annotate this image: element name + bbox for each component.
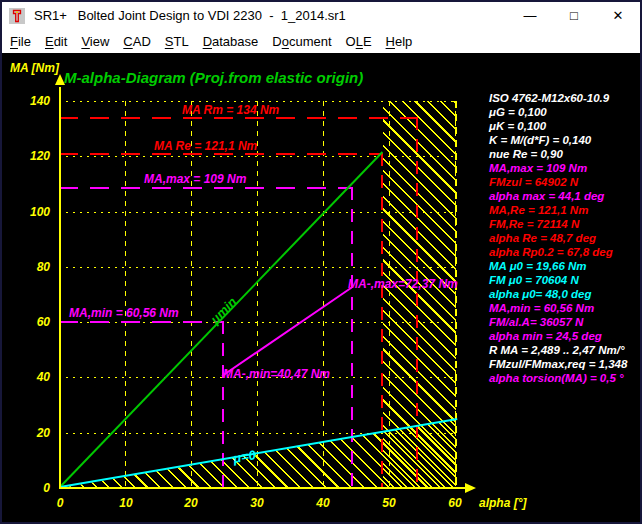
y-tick-100: 100	[16, 205, 50, 219]
chart-area: MA [Nm] M-alpha-Diagram (Proj.from elast…	[2, 53, 640, 522]
label-ma-minus-min: MA-,min=40,47 Nm	[223, 367, 330, 381]
hatch-right-border	[455, 101, 457, 488]
menu-label-part: V	[81, 34, 89, 49]
x-axis-arrow-icon	[465, 483, 476, 493]
x-tick-40: 40	[308, 496, 338, 510]
guide-alpha-max	[351, 187, 353, 488]
x-axis	[59, 487, 465, 489]
gridline-v-10	[125, 101, 126, 488]
x-tick-10: 10	[111, 496, 141, 510]
menu-label-part: F	[10, 34, 18, 49]
guide-ma-min	[59, 321, 224, 323]
y-tick-80: 80	[16, 260, 50, 274]
minimize-button[interactable]: —	[508, 2, 552, 29]
x-tick-50: 50	[374, 496, 404, 510]
info-line: MA μ0 = 19,66 Nm	[489, 259, 639, 273]
info-line: ISO 4762-M12x60-10.9	[489, 91, 639, 105]
menu-label-part: atabase	[212, 34, 258, 49]
y-tick-20: 20	[16, 426, 50, 440]
menu-label-part: L	[356, 34, 363, 49]
menu-label-part: D	[203, 34, 212, 49]
label-ma-rm: MA Rm = 134 Nm	[182, 103, 279, 117]
label-ma-max: MA,max = 109 Nm	[144, 172, 246, 186]
info-line: FM μ0 = 70604 N	[489, 273, 639, 287]
app-window: SR1+ Bolted Joint Design to VDI 2230 - 1…	[0, 0, 642, 524]
y-axis-label: MA [Nm]	[10, 61, 59, 75]
title-bar: SR1+ Bolted Joint Design to VDI 2230 - 1…	[2, 2, 640, 29]
x-tick-0: 0	[45, 496, 75, 510]
chart-title: M-alpha-Diagram (Proj.from elastic origi…	[64, 69, 363, 86]
window-controls: — □ ✕	[508, 2, 640, 29]
guide-ma-rm	[59, 117, 417, 119]
gridline-v-30	[257, 101, 258, 488]
gridline-v-40	[323, 101, 324, 488]
menu-label-part: elp	[395, 34, 412, 49]
info-line: FMzul/FMmax,req = 1,348	[489, 357, 639, 371]
menu-item-cad[interactable]: CAD	[116, 32, 157, 51]
info-line: alpha min = 24,5 deg	[489, 329, 639, 343]
info-line: FM/al.A= 36057 N	[489, 315, 639, 329]
menu-label-part: C	[123, 34, 132, 49]
info-line: MA,min = 60,56 Nm	[489, 301, 639, 315]
info-line: FMzul = 64902 N	[489, 175, 639, 189]
y-tick-140: 140	[16, 94, 50, 108]
y-tick-120: 120	[16, 149, 50, 163]
guide-alpha-min	[222, 321, 224, 488]
menu-label-part: TL	[173, 34, 188, 49]
x-tick-60: 60	[440, 496, 470, 510]
menu-label-part: o	[282, 34, 289, 49]
label-ma-minus-max: MA-,max=72,37 Nm	[348, 277, 458, 291]
menu-label-part: H	[386, 34, 395, 49]
menu-item-file[interactable]: File	[3, 32, 38, 51]
y-tick-0: 0	[16, 481, 50, 495]
info-line: alpha Rp0.2 = 67,8 deg	[489, 245, 639, 259]
window-title: SR1+ Bolted Joint Design to VDI 2230 - 1…	[34, 8, 346, 23]
app-icon	[9, 8, 25, 24]
x-tick-30: 30	[242, 496, 272, 510]
guide-ma-max	[59, 187, 352, 189]
menu-label-part: iew	[90, 34, 110, 49]
menu-label-part: E	[45, 34, 54, 49]
info-line: alpha μ0= 48,0 deg	[489, 287, 639, 301]
guide-alpha-re	[381, 153, 383, 488]
maximize-button[interactable]: □	[552, 2, 596, 29]
info-line: nue Re = 0,90	[489, 147, 639, 161]
label-ma-re: MA Re = 121,1 Nm	[154, 139, 257, 153]
menu-item-edit[interactable]: Edit	[38, 32, 74, 51]
menu-item-ole[interactable]: OLE	[339, 32, 379, 51]
guide-ma-re	[59, 153, 382, 155]
y-tick-40: 40	[16, 370, 50, 384]
info-line: MA,Re = 121,1 Nm	[489, 203, 639, 217]
menu-label-part: D	[272, 34, 281, 49]
info-line: alpha torsion(MA) = 0,5 °	[489, 371, 639, 385]
info-panel: ISO 4762-M12x60-10.9μG = 0,100μK = 0,100…	[489, 91, 639, 385]
y-axis-arrow-icon	[55, 74, 65, 85]
x-axis-label: alpha [°]	[479, 496, 526, 510]
close-button[interactable]: ✕	[596, 2, 640, 29]
menu-item-document[interactable]: Document	[265, 32, 338, 51]
menu-item-stl[interactable]: STL	[158, 32, 196, 51]
menu-label-part: O	[346, 34, 356, 49]
menu-label-part: cument	[289, 34, 332, 49]
info-line: μK = 0,100	[489, 119, 639, 133]
info-line: alpha Re = 48,7 deg	[489, 231, 639, 245]
menu-item-database[interactable]: Database	[196, 32, 266, 51]
menu-label-part: AD	[133, 34, 151, 49]
info-line: μG = 0,100	[489, 105, 639, 119]
info-line: R MA = 2,489 .. 2,47 Nm/°	[489, 343, 639, 357]
menu-item-help[interactable]: Help	[379, 32, 420, 51]
y-axis	[59, 87, 61, 488]
guide-alpha-rm	[416, 117, 418, 488]
menu-label-part: E	[363, 34, 372, 49]
info-line: MA,max = 109 Nm	[489, 161, 639, 175]
x-tick-20: 20	[176, 496, 206, 510]
menu-bar: File Edit View CAD STL Database Document…	[2, 29, 640, 53]
info-line: FM,Re = 72114 N	[489, 217, 639, 231]
y-tick-60: 60	[16, 315, 50, 329]
label-ma-min: MA,min = 60,56 Nm	[69, 306, 179, 320]
info-line: K = M/(d*F) = 0,140	[489, 133, 639, 147]
menu-item-view[interactable]: View	[74, 32, 116, 51]
gridline-v-20	[191, 101, 192, 488]
menu-label-part: ile	[18, 34, 31, 49]
info-line: alpha max = 44,1 deg	[489, 189, 639, 203]
